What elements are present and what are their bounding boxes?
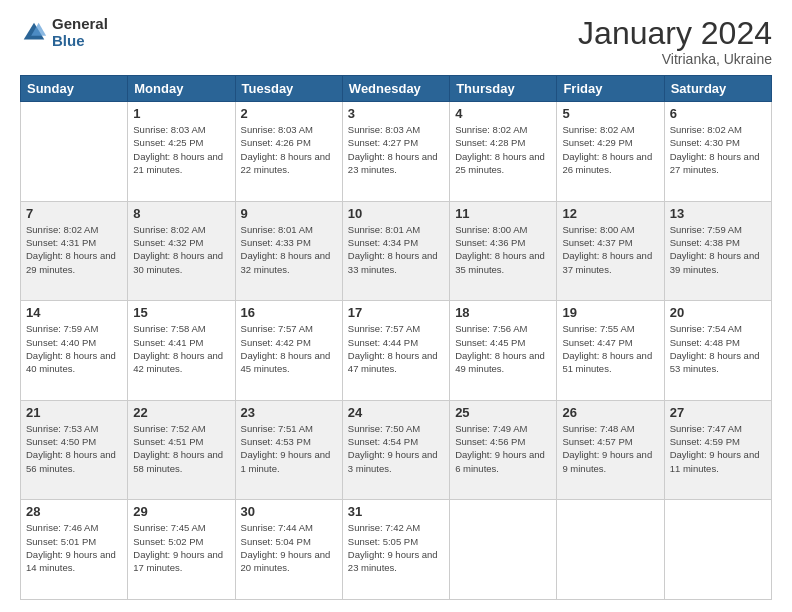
day-info: Sunrise: 8:02 AMSunset: 4:31 PMDaylight:… xyxy=(26,223,122,276)
day-info: Sunrise: 8:02 AMSunset: 4:30 PMDaylight:… xyxy=(670,123,766,176)
table-row: 19Sunrise: 7:55 AMSunset: 4:47 PMDayligh… xyxy=(557,301,664,401)
table-row: 23Sunrise: 7:51 AMSunset: 4:53 PMDayligh… xyxy=(235,400,342,500)
day-number: 31 xyxy=(348,504,444,519)
calendar-table: Sunday Monday Tuesday Wednesday Thursday… xyxy=(20,75,772,600)
table-row xyxy=(664,500,771,600)
table-row: 25Sunrise: 7:49 AMSunset: 4:56 PMDayligh… xyxy=(450,400,557,500)
day-number: 27 xyxy=(670,405,766,420)
table-row: 27Sunrise: 7:47 AMSunset: 4:59 PMDayligh… xyxy=(664,400,771,500)
day-info: Sunrise: 7:57 AMSunset: 4:42 PMDaylight:… xyxy=(241,322,337,375)
logo-general: General xyxy=(52,16,108,33)
table-row xyxy=(557,500,664,600)
day-number: 9 xyxy=(241,206,337,221)
day-info: Sunrise: 7:59 AMSunset: 4:40 PMDaylight:… xyxy=(26,322,122,375)
col-saturday: Saturday xyxy=(664,76,771,102)
table-row: 13Sunrise: 7:59 AMSunset: 4:38 PMDayligh… xyxy=(664,201,771,301)
col-thursday: Thursday xyxy=(450,76,557,102)
calendar-week-row: 28Sunrise: 7:46 AMSunset: 5:01 PMDayligh… xyxy=(21,500,772,600)
table-row: 31Sunrise: 7:42 AMSunset: 5:05 PMDayligh… xyxy=(342,500,449,600)
day-number: 11 xyxy=(455,206,551,221)
day-number: 30 xyxy=(241,504,337,519)
table-row: 21Sunrise: 7:53 AMSunset: 4:50 PMDayligh… xyxy=(21,400,128,500)
table-row: 4Sunrise: 8:02 AMSunset: 4:28 PMDaylight… xyxy=(450,102,557,202)
day-number: 21 xyxy=(26,405,122,420)
calendar-week-row: 1Sunrise: 8:03 AMSunset: 4:25 PMDaylight… xyxy=(21,102,772,202)
day-info: Sunrise: 8:03 AMSunset: 4:26 PMDaylight:… xyxy=(241,123,337,176)
day-info: Sunrise: 7:48 AMSunset: 4:57 PMDaylight:… xyxy=(562,422,658,475)
table-row: 1Sunrise: 8:03 AMSunset: 4:25 PMDaylight… xyxy=(128,102,235,202)
day-info: Sunrise: 7:52 AMSunset: 4:51 PMDaylight:… xyxy=(133,422,229,475)
day-number: 5 xyxy=(562,106,658,121)
day-info: Sunrise: 7:58 AMSunset: 4:41 PMDaylight:… xyxy=(133,322,229,375)
day-number: 8 xyxy=(133,206,229,221)
day-number: 20 xyxy=(670,305,766,320)
day-info: Sunrise: 7:45 AMSunset: 5:02 PMDaylight:… xyxy=(133,521,229,574)
col-wednesday: Wednesday xyxy=(342,76,449,102)
page: General Blue January 2024 Vitrianka, Ukr… xyxy=(0,0,792,612)
table-row: 26Sunrise: 7:48 AMSunset: 4:57 PMDayligh… xyxy=(557,400,664,500)
day-info: Sunrise: 8:02 AMSunset: 4:28 PMDaylight:… xyxy=(455,123,551,176)
table-row: 14Sunrise: 7:59 AMSunset: 4:40 PMDayligh… xyxy=(21,301,128,401)
day-info: Sunrise: 8:03 AMSunset: 4:25 PMDaylight:… xyxy=(133,123,229,176)
day-number: 10 xyxy=(348,206,444,221)
day-number: 17 xyxy=(348,305,444,320)
col-tuesday: Tuesday xyxy=(235,76,342,102)
calendar-week-row: 7Sunrise: 8:02 AMSunset: 4:31 PMDaylight… xyxy=(21,201,772,301)
table-row: 10Sunrise: 8:01 AMSunset: 4:34 PMDayligh… xyxy=(342,201,449,301)
day-info: Sunrise: 7:55 AMSunset: 4:47 PMDaylight:… xyxy=(562,322,658,375)
day-info: Sunrise: 8:02 AMSunset: 4:29 PMDaylight:… xyxy=(562,123,658,176)
calendar-week-row: 21Sunrise: 7:53 AMSunset: 4:50 PMDayligh… xyxy=(21,400,772,500)
day-info: Sunrise: 7:51 AMSunset: 4:53 PMDaylight:… xyxy=(241,422,337,475)
day-number: 25 xyxy=(455,405,551,420)
day-number: 2 xyxy=(241,106,337,121)
table-row: 29Sunrise: 7:45 AMSunset: 5:02 PMDayligh… xyxy=(128,500,235,600)
table-row xyxy=(21,102,128,202)
table-row: 22Sunrise: 7:52 AMSunset: 4:51 PMDayligh… xyxy=(128,400,235,500)
day-info: Sunrise: 7:59 AMSunset: 4:38 PMDaylight:… xyxy=(670,223,766,276)
day-number: 4 xyxy=(455,106,551,121)
table-row: 5Sunrise: 8:02 AMSunset: 4:29 PMDaylight… xyxy=(557,102,664,202)
day-info: Sunrise: 7:44 AMSunset: 5:04 PMDaylight:… xyxy=(241,521,337,574)
logo-icon xyxy=(20,19,48,47)
day-info: Sunrise: 7:57 AMSunset: 4:44 PMDaylight:… xyxy=(348,322,444,375)
day-info: Sunrise: 8:00 AMSunset: 4:37 PMDaylight:… xyxy=(562,223,658,276)
table-row: 18Sunrise: 7:56 AMSunset: 4:45 PMDayligh… xyxy=(450,301,557,401)
day-info: Sunrise: 8:02 AMSunset: 4:32 PMDaylight:… xyxy=(133,223,229,276)
table-row: 9Sunrise: 8:01 AMSunset: 4:33 PMDaylight… xyxy=(235,201,342,301)
day-info: Sunrise: 7:49 AMSunset: 4:56 PMDaylight:… xyxy=(455,422,551,475)
table-row: 2Sunrise: 8:03 AMSunset: 4:26 PMDaylight… xyxy=(235,102,342,202)
day-info: Sunrise: 7:46 AMSunset: 5:01 PMDaylight:… xyxy=(26,521,122,574)
day-info: Sunrise: 7:53 AMSunset: 4:50 PMDaylight:… xyxy=(26,422,122,475)
table-row: 24Sunrise: 7:50 AMSunset: 4:54 PMDayligh… xyxy=(342,400,449,500)
table-row: 15Sunrise: 7:58 AMSunset: 4:41 PMDayligh… xyxy=(128,301,235,401)
day-number: 29 xyxy=(133,504,229,519)
day-number: 19 xyxy=(562,305,658,320)
day-number: 14 xyxy=(26,305,122,320)
calendar-header-row: Sunday Monday Tuesday Wednesday Thursday… xyxy=(21,76,772,102)
day-number: 3 xyxy=(348,106,444,121)
title-block: January 2024 Vitrianka, Ukraine xyxy=(578,16,772,67)
table-row: 11Sunrise: 8:00 AMSunset: 4:36 PMDayligh… xyxy=(450,201,557,301)
logo-text: General Blue xyxy=(52,16,108,49)
col-sunday: Sunday xyxy=(21,76,128,102)
table-row xyxy=(450,500,557,600)
day-info: Sunrise: 7:42 AMSunset: 5:05 PMDaylight:… xyxy=(348,521,444,574)
day-info: Sunrise: 7:47 AMSunset: 4:59 PMDaylight:… xyxy=(670,422,766,475)
table-row: 12Sunrise: 8:00 AMSunset: 4:37 PMDayligh… xyxy=(557,201,664,301)
day-info: Sunrise: 7:54 AMSunset: 4:48 PMDaylight:… xyxy=(670,322,766,375)
day-number: 23 xyxy=(241,405,337,420)
day-info: Sunrise: 8:01 AMSunset: 4:34 PMDaylight:… xyxy=(348,223,444,276)
table-row: 6Sunrise: 8:02 AMSunset: 4:30 PMDaylight… xyxy=(664,102,771,202)
table-row: 16Sunrise: 7:57 AMSunset: 4:42 PMDayligh… xyxy=(235,301,342,401)
day-number: 18 xyxy=(455,305,551,320)
day-number: 26 xyxy=(562,405,658,420)
day-number: 7 xyxy=(26,206,122,221)
day-number: 22 xyxy=(133,405,229,420)
day-info: Sunrise: 8:01 AMSunset: 4:33 PMDaylight:… xyxy=(241,223,337,276)
day-info: Sunrise: 7:50 AMSunset: 4:54 PMDaylight:… xyxy=(348,422,444,475)
col-friday: Friday xyxy=(557,76,664,102)
title-month: January 2024 xyxy=(578,16,772,51)
title-location: Vitrianka, Ukraine xyxy=(578,51,772,67)
logo-blue: Blue xyxy=(52,33,108,50)
day-info: Sunrise: 8:03 AMSunset: 4:27 PMDaylight:… xyxy=(348,123,444,176)
